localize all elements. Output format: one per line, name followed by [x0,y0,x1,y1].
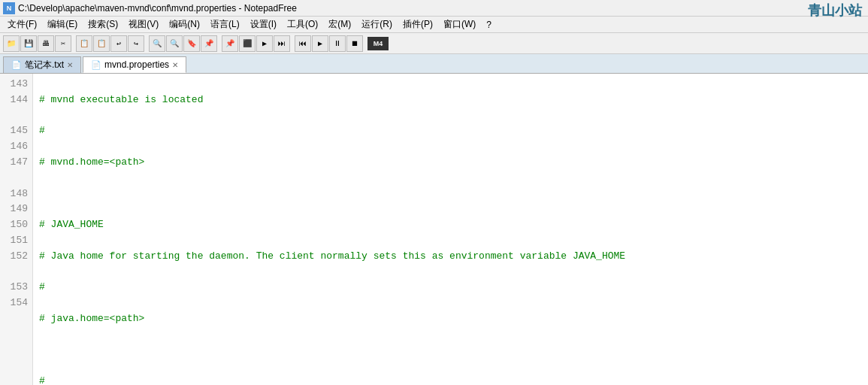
toolbar-btn-9[interactable]: 🔍 [166,35,183,52]
tab-bar: 📄 笔记本.txt ✕ 📄 mvnd.properties ✕ [0,54,868,74]
notebook-icon: 📄 [11,60,22,70]
toolbar-btn-8[interactable]: 🔍 [149,35,165,52]
line-150 [39,343,862,359]
toolbar-btn-7[interactable]: ↪ [128,35,144,52]
toolbar-btn-20[interactable]: M4 [367,37,389,50]
toolbar-btn-11[interactable]: 📌 [201,35,217,52]
line-numbers: 143 144 145 146 147 148 149 150 151 152 … [0,74,33,385]
tab-properties-close[interactable]: ✕ [172,61,178,69]
watermark: 青山小站 [808,2,862,20]
toolbar-btn-16[interactable]: ⏮ [295,35,311,52]
toolbar-btn-19[interactable]: ⏹ [346,35,363,52]
toolbar-btn-17[interactable]: ▶ [312,35,328,52]
toolbar-btn-15[interactable]: ⏭ [274,35,290,52]
line-148: # [39,280,862,296]
toolbar-btn-10[interactable]: 🔖 [183,35,200,52]
tab-properties[interactable]: 📄 mvnd.properties ✕ [83,56,186,73]
toolbar-btn-18[interactable]: ⏸ [329,35,346,52]
properties-file-icon: 📄 [91,60,101,70]
tab-notebook-label: 笔记本.txt [25,59,64,71]
toolbar-btn-3[interactable]: ✂️ [55,35,71,52]
menu-item[interactable]: 宏(M) [324,17,355,32]
menu-item[interactable]: 设置(I) [246,17,281,32]
title-text: C:\Develop\apache\maven-mvnd\conf\mvnd.p… [18,3,297,14]
toolbar-btn-12[interactable]: 📌 [222,35,238,52]
menu-item[interactable]: 语言(L) [206,17,244,32]
line-151: # [39,374,862,385]
app-icon: N [3,2,15,14]
menu-item[interactable]: 视图(V) [124,17,163,32]
menu-item[interactable]: 工具(O) [283,17,322,32]
line-149: # java.home=<path> [39,311,862,327]
line-144b: # mvnd.home=<path> [39,155,862,171]
tab-notebook[interactable]: 📄 笔记本.txt ✕ [3,56,81,73]
menu-item[interactable]: 窗口(W) [439,17,480,32]
line-146: # JAVA_HOME [39,217,862,233]
tab-notebook-close[interactable]: ✕ [67,61,73,69]
editor: 143 144 145 146 147 148 149 150 151 152 … [0,74,868,385]
line-144: # [39,123,862,139]
line-143: # mvnd executable is located [39,92,862,108]
menu-item[interactable]: 插件(P) [398,17,437,32]
tab-properties-label: mvnd.properties [104,59,169,70]
line-145 [39,186,862,202]
menu-item[interactable]: 运行(R) [357,17,397,32]
menu-item[interactable]: 搜索(S) [83,17,122,32]
menu-item[interactable]: 文件(F) [3,17,41,32]
toolbar-btn-2[interactable]: 🖶 [38,35,54,52]
toolbar-btn-0[interactable]: 📁 [3,35,20,52]
toolbar-btn-5[interactable]: 📋 [93,35,110,52]
toolbar-btn-14[interactable]: ▶ [256,35,273,52]
toolbar-btn-1[interactable]: 💾 [20,35,37,52]
menu-item[interactable]: ? [482,18,496,32]
line-147: # Java home for starting the daemon. The… [39,249,862,265]
code-area[interactable]: # mvnd executable is located # # mvnd.ho… [33,74,868,385]
menu-item[interactable]: 编码(N) [165,17,204,32]
title-bar: N C:\Develop\apache\maven-mvnd\conf\mvnd… [0,0,868,17]
toolbar-btn-4[interactable]: 📋 [76,35,92,52]
menu-bar: 文件(F)编辑(E)搜索(S)视图(V)编码(N)语言(L)设置(I)工具(O)… [0,17,868,33]
menu-item[interactable]: 编辑(E) [43,17,82,32]
toolbar: 📁💾🖶✂️📋📋↩↪🔍🔍🔖📌📌⬛▶⏭⏮▶⏸⏹M4 [0,33,868,54]
toolbar-btn-6[interactable]: ↩ [110,35,127,52]
toolbar-btn-13[interactable]: ⬛ [239,35,256,52]
